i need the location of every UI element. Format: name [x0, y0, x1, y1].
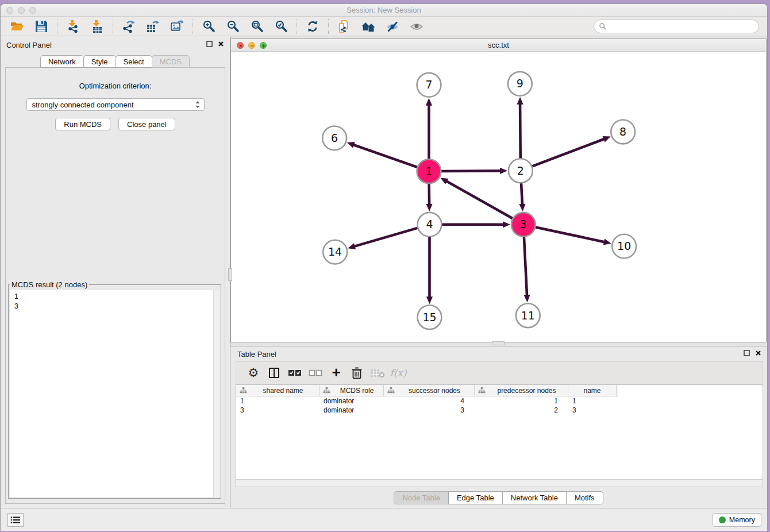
close-panel-button[interactable]: Close panel: [118, 118, 175, 130]
arrowhead-3-11: [523, 295, 530, 302]
mcds-result-area[interactable]: 13: [10, 290, 220, 497]
select-all-checkboxes-icon[interactable]: [284, 364, 305, 381]
mcds-tab-content: Optimization criterion: strongly connect…: [5, 67, 225, 504]
search-input[interactable]: [609, 21, 759, 32]
import-table-icon[interactable]: [88, 18, 106, 34]
toolbar-separator: [328, 19, 329, 34]
function-fx-icon[interactable]: f(x): [388, 364, 409, 381]
network-table-splitter-grip[interactable]: [492, 341, 505, 345]
status-bar: Memory: [1, 508, 767, 531]
refresh-icon[interactable]: [304, 18, 321, 34]
column-header-predecessor-nodes[interactable]: predecessor nodes: [475, 385, 568, 396]
eye-slash-icon[interactable]: [384, 18, 401, 34]
trash-icon[interactable]: [346, 364, 367, 381]
mcds-result-item: 3: [14, 302, 215, 311]
edge-2-8[interactable]: [532, 139, 605, 167]
task-history-button[interactable]: [7, 513, 24, 527]
export-network-icon[interactable]: [120, 18, 137, 34]
table-cell: dominator: [319, 406, 384, 415]
close-table-panel-icon[interactable]: [755, 350, 761, 356]
float-table-panel-icon[interactable]: [744, 350, 750, 356]
tab-network-table[interactable]: Network Table: [502, 491, 567, 504]
node-label-1: 1: [425, 165, 432, 178]
edge-3-10[interactable]: [536, 227, 605, 242]
criterion-select[interactable]: strongly connected component: [26, 98, 205, 111]
tab-network[interactable]: Network: [40, 55, 84, 68]
zoom-out-icon[interactable]: [224, 18, 241, 34]
arrowhead-3-10: [603, 239, 611, 245]
node-table[interactable]: shared nameMCDS rolesuccessor nodesprede…: [236, 384, 763, 487]
table-cell: 3: [236, 406, 319, 415]
table-tabs: Node TableEdge TableNetwork TableMotifs: [230, 491, 767, 504]
panel-splitter-grip[interactable]: [228, 268, 232, 281]
close-panel-icon[interactable]: [218, 41, 224, 47]
table-cell: dominator: [319, 396, 384, 406]
columns-icon[interactable]: [264, 364, 284, 381]
result-scrollbar[interactable]: [213, 290, 220, 497]
column-header-name[interactable]: name: [568, 385, 617, 396]
column-header-MCDS-role[interactable]: MCDS role: [319, 385, 384, 396]
run-mcds-button[interactable]: Run MCDS: [55, 118, 110, 130]
copy-documents-icon[interactable]: [336, 18, 353, 34]
export-image-icon[interactable]: [168, 18, 186, 34]
arrowhead-1-4: [426, 204, 432, 211]
table-hscrollbar[interactable]: [236, 479, 763, 487]
node-label-10: 10: [617, 240, 631, 252]
tab-edge-table[interactable]: Edge Table: [448, 491, 503, 504]
edge-1-2[interactable]: [441, 171, 501, 171]
tab-style[interactable]: Style: [83, 55, 116, 68]
edge-4-14[interactable]: [354, 228, 418, 246]
mcds-result-item: 1: [14, 292, 215, 302]
node-table-header: shared nameMCDS rolesuccessor nodesprede…: [236, 385, 618, 396]
node-table-body: 1dominator4113dominator323: [236, 396, 763, 415]
node-label-3: 3: [520, 218, 527, 230]
search-icon: [599, 22, 607, 30]
column-tree-icon: [323, 387, 330, 394]
memory-button[interactable]: Memory: [713, 513, 761, 527]
import-network-icon[interactable]: [64, 18, 82, 34]
tab-mcds[interactable]: MCDS: [152, 55, 190, 68]
node-label-11: 11: [521, 309, 535, 322]
export-table-icon[interactable]: [144, 18, 161, 34]
network-canvas[interactable]: 7968124314101511: [231, 52, 766, 342]
table-row[interactable]: 3dominator323: [236, 406, 763, 415]
edge-3-11[interactable]: [524, 237, 527, 296]
criterion-selected-value: strongly connected component: [32, 101, 194, 109]
edge-1-6[interactable]: [353, 145, 417, 167]
gear-icon[interactable]: ⚙: [243, 364, 264, 381]
table-cell: 2: [475, 406, 568, 415]
control-panel: Control Panel NetworkStyleSelectMCDS Opt…: [1, 36, 230, 508]
search-box[interactable]: [594, 20, 759, 33]
mcds-result-title: MCDS result (2 nodes): [10, 280, 89, 289]
gear-glyph: ⚙: [248, 367, 259, 379]
main-area: Control Panel NetworkStyleSelectMCDS Opt…: [1, 36, 767, 508]
tab-select[interactable]: Select: [116, 55, 152, 68]
toolbar-separator: [297, 19, 297, 34]
edge-3-1[interactable]: [446, 181, 513, 218]
tab-motifs[interactable]: Motifs: [566, 491, 603, 504]
zoom-fit-icon[interactable]: [248, 18, 265, 34]
save-icon[interactable]: [33, 18, 50, 34]
float-panel-icon[interactable]: [206, 41, 213, 47]
houses-icon[interactable]: [360, 18, 377, 34]
tab-node-table[interactable]: Node Table: [394, 491, 449, 504]
list-icon: [10, 516, 21, 524]
zoom-selected-icon[interactable]: [272, 18, 290, 34]
optimization-criterion-label: Optimization criterion:: [6, 82, 225, 90]
delete-column-icon[interactable]: [367, 364, 388, 381]
table-row[interactable]: 1dominator411: [236, 396, 763, 406]
zoom-in-icon[interactable]: [200, 18, 217, 34]
window-title: Session: New Session: [1, 6, 767, 14]
eye-icon[interactable]: [408, 18, 425, 34]
edge-2-3[interactable]: [521, 183, 522, 205]
control-panel-title: Control Panel: [6, 41, 52, 49]
deselect-all-checkboxes-icon[interactable]: [305, 364, 326, 381]
edge-2-9[interactable]: [520, 103, 521, 159]
column-header-successor-nodes[interactable]: successor nodes: [384, 385, 475, 396]
plus-icon[interactable]: +: [326, 364, 346, 381]
main-toolbar-icons: [5, 18, 429, 34]
node-label-15: 15: [422, 311, 436, 323]
column-header-shared-name[interactable]: shared name: [236, 385, 319, 396]
folder-open-icon[interactable]: [9, 18, 26, 34]
arrowhead-4-15: [426, 296, 433, 304]
